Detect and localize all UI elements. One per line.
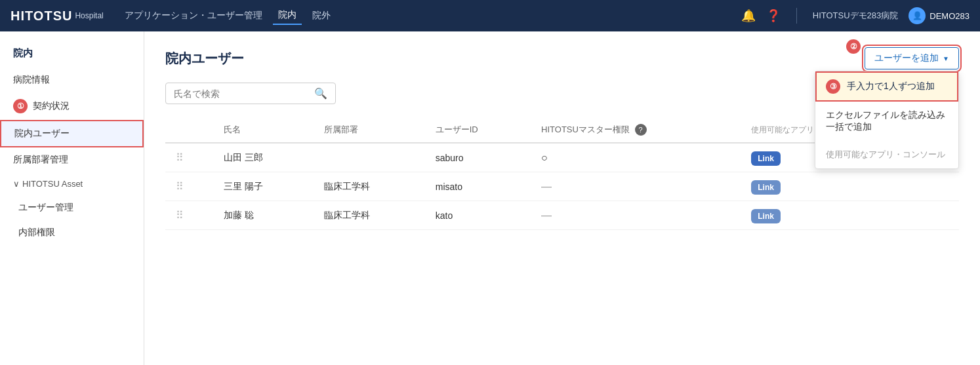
user-id-cell: saburo — [425, 143, 531, 172]
nav-app-user-mgmt[interactable]: アプリケーション・ユーザー管理 — [119, 7, 268, 24]
sidebar-item-user-mgmt[interactable]: ユーザー管理 — [0, 195, 144, 220]
table-row: ⠿ 加藤 聡 臨床工学科 kato — Link — [165, 201, 959, 230]
user-id-cell: misato — [425, 172, 531, 201]
help-icon[interactable]: ❓ — [766, 9, 781, 23]
search-icon: 🔍 — [314, 87, 327, 100]
bell-icon[interactable]: 🔔 — [741, 9, 756, 23]
user-dept-cell — [314, 143, 425, 172]
user-dept-cell: 臨床工学科 — [314, 172, 425, 201]
user-name-cell: 加藤 聡 — [213, 201, 314, 230]
link-badge[interactable]: Link — [751, 209, 781, 223]
col-master: HITOTSUマスター権限 ? — [531, 117, 741, 143]
user-apps-cell: Link — [741, 201, 959, 230]
col-dept: 所属部署 — [314, 117, 425, 143]
drag-handle[interactable]: ⠿ — [165, 172, 213, 201]
user-name-cell: 山田 三郎 — [213, 143, 314, 172]
sidebar-item-in-hospital-users[interactable]: 院内ユーザー — [0, 120, 144, 147]
link-badge[interactable]: Link — [751, 180, 781, 195]
sidebar-item-hospital-info[interactable]: 病院情報 — [0, 67, 144, 92]
dropdown-apps-link[interactable]: 使用可能なアプリ・コンソール — [815, 141, 958, 168]
content-header: 院内ユーザー ② ユーザーを追加 ③ 手入力で1人ずつ追加 エクセルファイルを読… — [165, 47, 959, 69]
annotation-1: ① — [13, 99, 28, 113]
add-user-dropdown: ③ 手入力で1人ずつ追加 エクセルファイルを読み込み一括で追加 使用可能なアプリ… — [815, 71, 959, 169]
avatar: 👤 — [909, 7, 926, 24]
sidebar: 院内 病院情報 ① 契約状況 院内ユーザー 所属部署管理 ∨ HITOTSU A… — [0, 31, 144, 365]
logo-text: HITOTSU — [10, 9, 72, 24]
user-id-cell: kato — [425, 201, 531, 230]
table-row: ⠿ 三里 陽子 臨床工学科 misato — Link — [165, 172, 959, 201]
drag-handle[interactable]: ⠿ — [165, 143, 213, 172]
hospital-name: HITOTSUデモ283病院 — [813, 10, 899, 22]
user-menu[interactable]: 👤 DEMO283 — [909, 7, 970, 24]
user-master-cell: — — [531, 172, 741, 201]
add-user-button[interactable]: ユーザーを追加 — [865, 47, 959, 69]
annotation-3: ③ — [826, 79, 840, 94]
nav-in-hospital[interactable]: 院内 — [273, 7, 302, 25]
sidebar-group-hitotsu-asset[interactable]: ∨ HITOTSU Asset — [0, 172, 144, 195]
chevron-down-icon: ∨ — [13, 179, 20, 189]
header-divider — [796, 8, 797, 24]
sidebar-title: 院内 — [0, 42, 144, 67]
add-user-container: ② ユーザーを追加 ③ 手入力で1人ずつ追加 エクセルファイルを読み込み一括で追… — [865, 47, 959, 69]
main-nav: アプリケーション・ユーザー管理 院内 院外 — [119, 7, 336, 25]
link-badge[interactable]: Link — [751, 151, 781, 166]
nav-out-hospital[interactable]: 院外 — [307, 7, 336, 24]
user-master-cell: — — [531, 201, 741, 230]
master-help-icon[interactable]: ? — [635, 124, 647, 136]
col-name: 氏名 — [213, 117, 314, 143]
logo: HITOTSU Hospital — [10, 9, 104, 24]
user-name: DEMO283 — [929, 11, 970, 21]
col-userid: ユーザーID — [425, 117, 531, 143]
page-title: 院内ユーザー — [165, 50, 244, 67]
search-bar: 🔍 — [165, 83, 336, 104]
header-icons: 🔔 ❓ HITOTSUデモ283病院 👤 DEMO283 — [741, 7, 970, 24]
col-drag — [165, 117, 213, 143]
dropdown-manual-add[interactable]: ③ 手入力で1人ずつ追加 — [815, 71, 958, 102]
user-name-cell: 三里 陽子 — [213, 172, 314, 201]
user-dept-cell: 臨床工学科 — [314, 201, 425, 230]
sidebar-item-contract[interactable]: ① 契約状況 — [0, 92, 144, 120]
sidebar-item-dept-mgmt[interactable]: 所属部署管理 — [0, 147, 144, 172]
sidebar-item-internal-permissions[interactable]: 内部権限 — [0, 220, 144, 245]
search-input[interactable] — [174, 88, 314, 99]
main-header: HITOTSU Hospital アプリケーション・ユーザー管理 院内 院外 🔔… — [0, 0, 980, 31]
main-content: 院内ユーザー ② ユーザーを追加 ③ 手入力で1人ずつ追加 エクセルファイルを読… — [144, 31, 980, 365]
user-master-cell: ○ — [531, 143, 741, 172]
main-layout: 院内 病院情報 ① 契約状況 院内ユーザー 所属部署管理 ∨ HITOTSU A… — [0, 31, 980, 365]
user-apps-cell: Link — [741, 172, 959, 201]
annotation-2: ② — [846, 39, 861, 54]
logo-sub-text: Hospital — [75, 11, 103, 20]
drag-handle[interactable]: ⠿ — [165, 201, 213, 230]
dropdown-excel-add[interactable]: エクセルファイルを読み込み一括で追加 — [815, 102, 958, 141]
